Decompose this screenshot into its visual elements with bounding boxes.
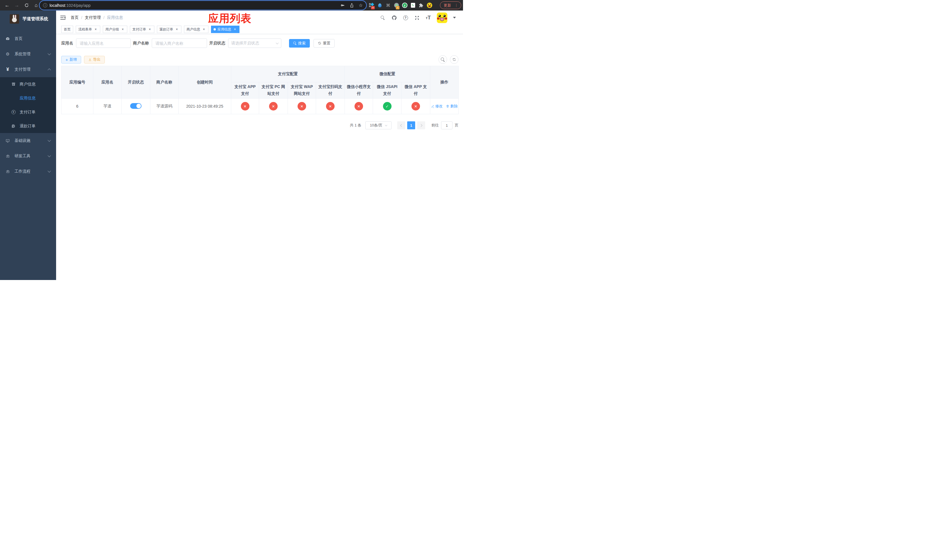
- sidebar-item-infrastructure[interactable]: 基础设施: [0, 133, 56, 148]
- page-unit-label: 页: [455, 123, 458, 128]
- search-button[interactable]: 搜索: [289, 39, 310, 48]
- sidebar-item-payment[interactable]: ¥ 支付管理: [0, 62, 56, 77]
- profile-avatar-icon[interactable]: [427, 3, 432, 8]
- col-wx-jsapi: 微信 JSAPI 支付: [373, 82, 401, 98]
- browser-home-button[interactable]: ⌂: [33, 2, 39, 9]
- status-select[interactable]: 请选择开启状态: [228, 38, 281, 48]
- search-icon: [441, 58, 445, 62]
- col-alipay-app: 支付宝 APP 支付: [231, 82, 259, 98]
- edit-link[interactable]: 修改: [431, 104, 443, 109]
- table-toolbar: + 新增 导出: [61, 56, 458, 64]
- font-size-icon[interactable]: тT: [425, 15, 431, 21]
- logo-image: [10, 14, 19, 24]
- app-name-input[interactable]: [76, 38, 131, 48]
- close-icon[interactable]: ×: [94, 27, 98, 31]
- add-button[interactable]: + 新增: [61, 56, 81, 64]
- sidebar-collapse-button[interactable]: [61, 16, 65, 20]
- close-icon[interactable]: ×: [233, 27, 237, 31]
- user-avatar[interactable]: [437, 12, 447, 23]
- sidebar-item-app-info[interactable]: 应用信息: [0, 91, 56, 105]
- search-icon: [293, 42, 297, 45]
- breadcrumb-home[interactable]: 首页: [71, 15, 79, 20]
- browser-toolbar: ← → ⌂ i localhost:1024/pay/app ☆ 10 ⌘ 1 …: [0, 0, 463, 11]
- sidebar-item-refund-order[interactable]: 退款订单: [0, 119, 56, 133]
- extension-notes-icon[interactable]: ✎: [410, 3, 416, 8]
- sidebar-item-workflow[interactable]: 工作流程: [0, 164, 56, 179]
- sidebar-item-dev-tools[interactable]: 研发工具: [0, 148, 56, 164]
- sidebar-logo[interactable]: 芋道管理系统: [0, 11, 56, 27]
- extension-recorder-icon[interactable]: 1: [393, 3, 399, 8]
- close-icon[interactable]: ×: [121, 27, 125, 31]
- breadcrumb-payment[interactable]: 支付管理: [85, 15, 101, 20]
- refresh-table-button[interactable]: [450, 55, 458, 64]
- toggle-search-button[interactable]: [439, 55, 447, 64]
- shop-icon: [11, 82, 16, 86]
- tab-app-info-active[interactable]: 应用信息×: [211, 26, 239, 33]
- delete-link[interactable]: 删除: [446, 104, 458, 109]
- url-text[interactable]: localhost:1024/pay/app: [50, 3, 91, 8]
- extension-command-icon[interactable]: ⌘: [385, 3, 391, 8]
- share-icon[interactable]: [350, 3, 354, 8]
- site-info-icon[interactable]: i: [43, 3, 47, 8]
- pagination: 共 1 条 10条/页 1 前往 页: [61, 121, 458, 129]
- plus-icon: +: [65, 58, 68, 62]
- status-toggle-on[interactable]: [130, 103, 142, 109]
- page-size-select[interactable]: 10条/页: [365, 121, 392, 129]
- col-status: 开启状态: [122, 66, 150, 98]
- password-key-icon[interactable]: [340, 3, 345, 8]
- extensions-puzzle-icon[interactable]: [418, 3, 424, 8]
- sidebar-item-label: 首页: [15, 36, 23, 41]
- app-table: 应用编号 应用名 开启状态 商户名称 创建时间 支付宝配置 微信配置 操作 支付…: [61, 66, 459, 114]
- header-search-icon[interactable]: [380, 15, 386, 21]
- app-header: 首页 / 支付管理 / 应用信息 应用列表 ? тT: [56, 11, 463, 25]
- fullscreen-icon[interactable]: [414, 15, 420, 21]
- merchant-name-label: 商户名称: [133, 41, 149, 46]
- tab-refund-order[interactable]: 退款订单×: [157, 26, 182, 33]
- close-icon[interactable]: ×: [148, 27, 152, 31]
- export-button[interactable]: 导出: [84, 56, 105, 64]
- sidebar-item-label: 应用信息: [20, 96, 36, 101]
- chevron-down-icon: [276, 41, 279, 44]
- prev-page-button[interactable]: [397, 121, 405, 129]
- sidebar-item-label: 基础设施: [15, 138, 30, 143]
- browser-reload-button[interactable]: [23, 2, 30, 9]
- col-alipay-wap: 支付宝 WAP 网站支付: [288, 82, 316, 98]
- kebab-menu-icon[interactable]: ⋮: [454, 3, 458, 8]
- help-icon[interactable]: ?: [402, 15, 409, 21]
- monitor-chart-icon: [5, 138, 10, 143]
- github-icon[interactable]: [391, 15, 397, 21]
- col-merchant: 商户名称: [150, 66, 179, 98]
- toolbox-icon: [5, 154, 10, 158]
- next-page-button[interactable]: [417, 121, 425, 129]
- tab-merchant-info[interactable]: 商户信息×: [184, 26, 209, 33]
- sidebar-item-merchant-info[interactable]: 商户信息: [0, 77, 56, 91]
- extension-blue-diamond-icon[interactable]: 10: [369, 3, 374, 8]
- close-icon[interactable]: ×: [202, 27, 206, 31]
- table-grid-icon: [11, 96, 16, 101]
- extension-y-icon[interactable]: y: [402, 3, 407, 8]
- browser-update-menu[interactable]: 更新 ⋮: [440, 2, 461, 9]
- avatar-caret-icon[interactable]: [453, 17, 456, 18]
- goto-page-input[interactable]: [441, 121, 452, 129]
- tab-home[interactable]: 首页: [61, 26, 73, 33]
- tab-process-form[interactable]: 流程表单×: [76, 26, 100, 33]
- bookmark-star-icon[interactable]: ☆: [359, 3, 363, 8]
- sidebar-item-system[interactable]: ⚙ 系统管理: [0, 47, 56, 62]
- reset-button[interactable]: 重置: [313, 39, 334, 48]
- cell-merchant: 芋道源码: [150, 98, 179, 114]
- download-icon: [88, 58, 92, 62]
- browser-forward-button[interactable]: →: [14, 2, 20, 9]
- close-icon[interactable]: ×: [175, 27, 179, 31]
- refresh-icon: [318, 41, 321, 45]
- browser-back-button[interactable]: ←: [4, 2, 11, 9]
- sidebar-item-pay-order[interactable]: ¥ 支付订单: [0, 105, 56, 119]
- tab-user-group[interactable]: 用户分组×: [103, 26, 127, 33]
- cell-app-name: 芋道: [94, 98, 122, 114]
- tab-pay-order[interactable]: 支付订单×: [130, 26, 154, 33]
- sidebar-item-home[interactable]: 首页: [0, 31, 56, 47]
- update-label: 更新: [443, 3, 451, 8]
- merchant-name-input[interactable]: [152, 38, 207, 48]
- page-number-active[interactable]: 1: [407, 121, 415, 129]
- extension-balloon-icon[interactable]: [377, 3, 383, 8]
- address-bar[interactable]: i localhost:1024/pay/app ☆: [39, 1, 366, 10]
